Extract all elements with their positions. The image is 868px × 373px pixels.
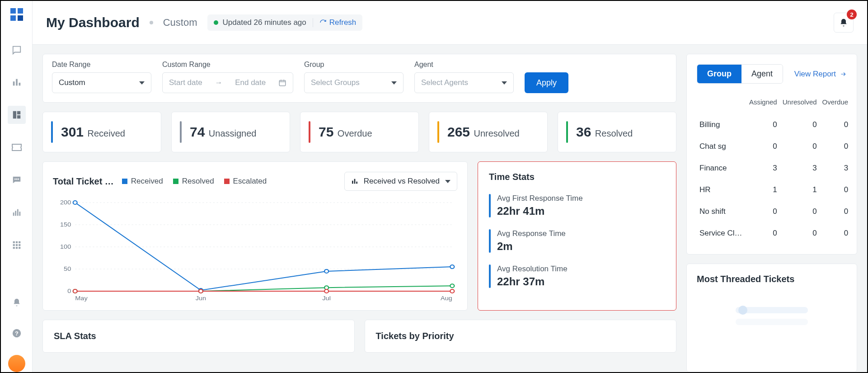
row-unresolved: 0 xyxy=(780,114,820,136)
svg-rect-30 xyxy=(354,179,355,184)
group-agent-panel: Group Agent View Report Assigned Unresol xyxy=(686,54,857,255)
app-logo[interactable] xyxy=(9,6,25,23)
row-name: Service Clo… xyxy=(697,222,746,244)
legend-received: Received xyxy=(131,177,163,186)
chart-type-select[interactable]: Received vs Resolved xyxy=(344,172,457,191)
group-agent-segment: Group Agent xyxy=(697,64,783,84)
chart-legend: Received Resolved Escalated xyxy=(122,177,267,186)
svg-rect-31 xyxy=(356,182,357,184)
stat-value: 301 xyxy=(61,124,84,139)
stat-label: Unresolved xyxy=(474,128,520,138)
svg-rect-4 xyxy=(13,81,14,85)
refresh-label: Refresh xyxy=(329,18,357,27)
stat-card[interactable]: 75 Overdue xyxy=(300,112,419,152)
nav-message-icon[interactable] xyxy=(8,171,26,189)
svg-rect-2 xyxy=(10,15,16,21)
time-stat-item: Avg First Response Time 22hr 41m xyxy=(489,194,665,217)
notification-badge: 2 xyxy=(847,9,857,19)
table-row[interactable]: Chat sg 0 0 0 xyxy=(697,136,851,157)
chart-plot: 050100150200MayJunJulAug xyxy=(53,198,457,302)
svg-point-12 xyxy=(18,179,19,180)
nav-help-icon[interactable]: ? xyxy=(8,324,26,342)
sla-stats-card: SLA Stats xyxy=(42,320,355,353)
row-overdue: 0 xyxy=(820,114,851,136)
svg-rect-21 xyxy=(15,244,17,246)
nav-apps-icon[interactable] xyxy=(8,236,26,254)
svg-rect-29 xyxy=(352,181,353,184)
stat-card[interactable]: 265 Unresolved xyxy=(429,112,548,152)
time-stat-item: Avg Response Time 2m xyxy=(489,229,665,253)
main: My Dashboard Custom Updated 26 minutes a… xyxy=(33,1,867,372)
custom-range-label: Custom Range xyxy=(162,61,293,69)
view-report-link[interactable]: View Report xyxy=(794,70,847,79)
table-row[interactable]: Finance 3 3 3 xyxy=(697,157,851,179)
nav-bar-chart-icon[interactable] xyxy=(8,73,26,91)
svg-rect-6 xyxy=(19,83,20,85)
stat-value: 74 xyxy=(190,124,205,139)
stat-card[interactable]: 36 Resolved xyxy=(558,112,676,152)
nav-dashboard-icon[interactable] xyxy=(8,106,26,124)
table-row[interactable]: No shift 0 0 0 xyxy=(697,201,851,222)
row-assigned: 0 xyxy=(746,114,780,136)
table-row[interactable]: HR 1 1 0 xyxy=(697,179,851,201)
table-row[interactable]: Service Clo… 0 0 0 xyxy=(697,222,851,244)
nav-inbox-icon[interactable] xyxy=(8,41,26,59)
start-date-placeholder: Start date xyxy=(169,78,202,87)
nav-bell-icon[interactable] xyxy=(8,293,26,312)
total-tickets-chart-card: Total Ticket … Received Resolved Escalat… xyxy=(42,161,468,311)
row-unresolved: 0 xyxy=(780,222,820,244)
legend-swatch-resolved xyxy=(173,179,178,184)
row-assigned: 1 xyxy=(746,179,780,201)
svg-rect-13 xyxy=(13,212,14,216)
table-row[interactable]: Billing 0 0 0 xyxy=(697,114,851,136)
refresh-button[interactable]: Refresh xyxy=(319,18,357,27)
segment-agent[interactable]: Agent xyxy=(741,65,783,83)
row-assigned: 3 xyxy=(746,157,780,179)
nav-ticket-icon[interactable] xyxy=(8,138,26,156)
status-indicator-dot xyxy=(214,20,218,25)
group-select[interactable]: Select Groups xyxy=(304,72,404,93)
time-stat-value: 22hr 41m xyxy=(497,205,583,217)
header: My Dashboard Custom Updated 26 minutes a… xyxy=(33,1,867,45)
custom-range-input[interactable]: Start date → End date xyxy=(162,72,293,93)
svg-rect-5 xyxy=(16,79,18,86)
svg-text:100: 100 xyxy=(60,244,71,250)
col-assigned: Assigned xyxy=(746,94,780,114)
chevron-down-icon xyxy=(139,81,145,85)
row-overdue: 0 xyxy=(820,201,851,222)
nav-analytics-icon[interactable] xyxy=(8,203,26,222)
segment-group[interactable]: Group xyxy=(697,65,741,83)
agent-select[interactable]: Select Agents xyxy=(414,72,514,93)
stat-value: 75 xyxy=(319,124,333,139)
mid-row: Total Ticket … Received Resolved Escalat… xyxy=(42,161,676,311)
stat-card[interactable]: 301 Received xyxy=(42,112,161,152)
svg-text:200: 200 xyxy=(60,199,71,206)
update-status-pill: Updated 26 minutes ago Refresh xyxy=(207,14,363,31)
svg-point-54 xyxy=(73,289,77,293)
notifications-button[interactable]: 2 xyxy=(834,13,854,33)
svg-text:50: 50 xyxy=(64,266,71,272)
svg-point-52 xyxy=(324,286,328,289)
stat-label: Received xyxy=(88,128,125,138)
group-table: Assigned Unresolved Overdue Billing 0 0 … xyxy=(697,94,851,244)
svg-rect-9 xyxy=(17,115,20,118)
row-name: Chat sg xyxy=(697,136,746,157)
svg-text:May: May xyxy=(75,295,88,302)
date-range-select[interactable]: Custom xyxy=(52,72,151,93)
svg-point-48 xyxy=(324,269,328,273)
sidebar: ? xyxy=(1,1,33,372)
svg-rect-18 xyxy=(15,241,17,243)
apply-button[interactable]: Apply xyxy=(525,72,568,93)
stat-label: Resolved xyxy=(595,128,633,138)
row-overdue: 0 xyxy=(820,136,851,157)
row-overdue: 0 xyxy=(820,179,851,201)
legend-escalated: Escalated xyxy=(233,177,267,186)
nav-avatar[interactable] xyxy=(8,355,25,372)
legend-swatch-received xyxy=(122,179,127,184)
chart-selector-label: Received vs Resolved xyxy=(364,177,440,186)
stat-card[interactable]: 74 Unassigned xyxy=(171,112,290,152)
row-assigned: 0 xyxy=(746,136,780,157)
row-name: Finance xyxy=(697,157,746,179)
row-unresolved: 0 xyxy=(780,136,820,157)
stat-bar xyxy=(180,121,182,143)
